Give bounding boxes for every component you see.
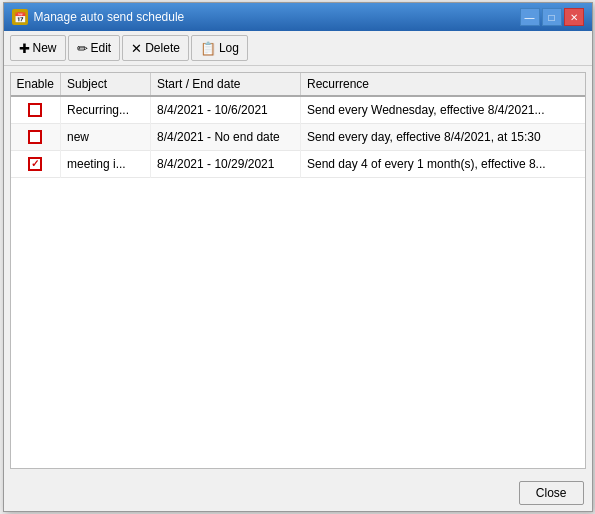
window-title: Manage auto send schedule xyxy=(34,10,185,24)
window-controls: — □ ✕ xyxy=(520,8,584,26)
subject-cell: new xyxy=(61,124,151,151)
footer: Close xyxy=(4,475,592,511)
title-bar: 📅 Manage auto send schedule — □ ✕ xyxy=(4,3,592,31)
delete-button[interactable]: ✕ Delete xyxy=(122,35,189,61)
window-close-button[interactable]: ✕ xyxy=(564,8,584,26)
table-row: new8/4/2021 - No end dateSend every day,… xyxy=(11,124,585,151)
dates-cell: 8/4/2021 - No end date xyxy=(151,124,301,151)
schedule-checkbox-1[interactable] xyxy=(28,130,42,144)
subject-cell: Recurring... xyxy=(61,96,151,124)
title-bar-left: 📅 Manage auto send schedule xyxy=(12,9,185,25)
header-subject: Subject xyxy=(61,73,151,96)
delete-icon: ✕ xyxy=(131,41,142,56)
schedule-table-container: Enable Subject Start / End date Recurren… xyxy=(10,72,586,469)
recurrence-cell: Send every Wednesday, effective 8/4/2021… xyxy=(301,96,585,124)
new-label: New xyxy=(33,41,57,55)
edit-button[interactable]: ✏ Edit xyxy=(68,35,121,61)
header-enable: Enable xyxy=(11,73,61,96)
table-header-row: Enable Subject Start / End date Recurren… xyxy=(11,73,585,96)
recurrence-cell: Send every day, effective 8/4/2021, at 1… xyxy=(301,124,585,151)
header-recurrence: Recurrence xyxy=(301,73,585,96)
dates-cell: 8/4/2021 - 10/29/2021 xyxy=(151,151,301,178)
recurrence-cell: Send day 4 of every 1 month(s), effectiv… xyxy=(301,151,585,178)
close-button[interactable]: Close xyxy=(519,481,584,505)
new-icon: ✚ xyxy=(19,41,30,56)
maximize-button[interactable]: □ xyxy=(542,8,562,26)
schedule-table: Enable Subject Start / End date Recurren… xyxy=(11,73,585,178)
window-icon: 📅 xyxy=(12,9,28,25)
log-label: Log xyxy=(219,41,239,55)
log-button[interactable]: 📋 Log xyxy=(191,35,248,61)
content-area: Enable Subject Start / End date Recurren… xyxy=(4,66,592,475)
schedule-checkbox-0[interactable] xyxy=(28,103,42,117)
header-dates: Start / End date xyxy=(151,73,301,96)
table-row: meeting i...8/4/2021 - 10/29/2021Send da… xyxy=(11,151,585,178)
table-row: Recurring...8/4/2021 - 10/6/2021Send eve… xyxy=(11,96,585,124)
main-window: 📅 Manage auto send schedule — □ ✕ ✚ New … xyxy=(3,2,593,512)
delete-label: Delete xyxy=(145,41,180,55)
minimize-button[interactable]: — xyxy=(520,8,540,26)
edit-icon: ✏ xyxy=(77,41,88,56)
log-icon: 📋 xyxy=(200,41,216,56)
subject-cell: meeting i... xyxy=(61,151,151,178)
new-button[interactable]: ✚ New xyxy=(10,35,66,61)
toolbar: ✚ New ✏ Edit ✕ Delete 📋 Log xyxy=(4,31,592,66)
schedule-checkbox-2[interactable] xyxy=(28,157,42,171)
edit-label: Edit xyxy=(91,41,112,55)
dates-cell: 8/4/2021 - 10/6/2021 xyxy=(151,96,301,124)
